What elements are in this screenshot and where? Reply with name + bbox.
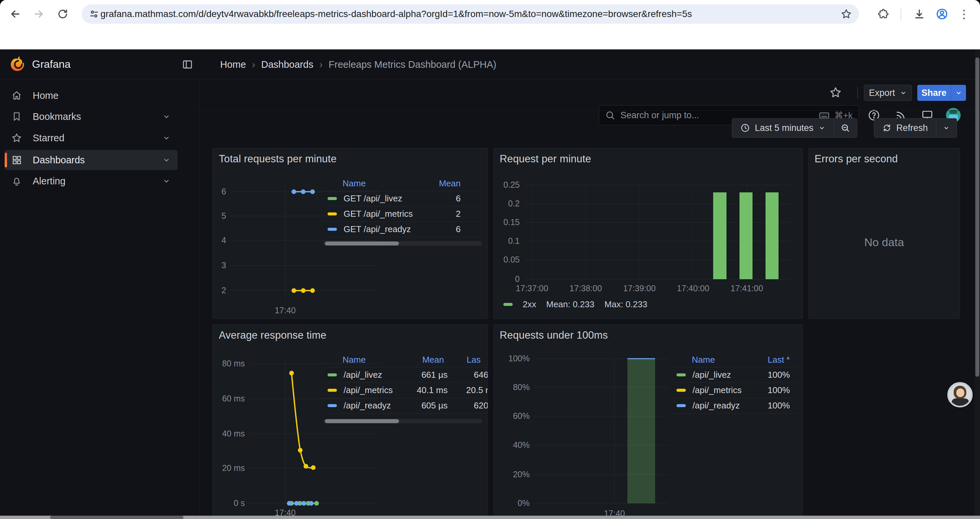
- profile-avatar-icon[interactable]: [932, 5, 951, 23]
- share-button[interactable]: Share: [917, 85, 951, 101]
- y-tick: 0 s: [213, 498, 245, 508]
- col-name[interactable]: Name: [342, 355, 399, 365]
- legend-row[interactable]: GET /api/_metrics 2: [323, 206, 482, 222]
- col-mean[interactable]: Mean: [439, 178, 482, 189]
- sidebar-item-dashboards[interactable]: Dashboards: [5, 150, 177, 170]
- col-name[interactable]: Name: [342, 178, 439, 189]
- legend[interactable]: 2xx Mean: 0.233 Max: 0.233: [503, 299, 648, 310]
- breadcrumb-current: Freeleaps Metrics Dashboard (ALPHA): [329, 59, 496, 70]
- sidebar-item-starred[interactable]: Starred: [5, 128, 177, 148]
- series-name: 2xx: [523, 299, 536, 310]
- assistant-avatar[interactable]: [947, 382, 973, 407]
- y-tick: 80 ms: [213, 358, 245, 368]
- grafana-logo-icon[interactable]: [10, 55, 27, 74]
- legend-row[interactable]: /api/_metrics 100%: [672, 383, 797, 398]
- legend-row[interactable]: GET /api/_readyz 6: [323, 222, 482, 237]
- horizontal-scrollbar[interactable]: [0, 516, 980, 519]
- col-last[interactable]: Last *: [768, 355, 798, 365]
- x-tick: 17:38:00: [562, 283, 609, 293]
- legend-row[interactable]: GET /api/_livez 6: [323, 191, 482, 206]
- bookmark-star-icon[interactable]: [840, 8, 852, 20]
- export-label: Export: [869, 88, 895, 98]
- refresh-icon: [882, 123, 892, 133]
- panel-title[interactable]: Errors per second: [815, 153, 898, 165]
- active-indicator: [5, 153, 7, 167]
- sidebar-item-alerting[interactable]: Alerting: [5, 171, 177, 191]
- y-tick: 100%: [494, 353, 530, 363]
- breadcrumb-dashboards[interactable]: Dashboards: [261, 59, 313, 70]
- sidebar-item-label: Home: [33, 90, 58, 101]
- refresh-button[interactable]: Refresh: [874, 118, 936, 137]
- url-bar[interactable]: [82, 4, 859, 24]
- y-tick: 0: [494, 274, 520, 284]
- legend-row[interactable]: /api/_readyz 100%: [672, 398, 797, 414]
- sidebar-item-home[interactable]: Home: [5, 86, 177, 105]
- screen: ⋮ Freeleaps 收藏博客 Grafana: [0, 0, 980, 519]
- extensions-icon[interactable]: [874, 5, 892, 23]
- legend-scrollbar[interactable]: [323, 241, 482, 246]
- sidebar-item-bookmarks[interactable]: Bookmarks: [5, 107, 177, 126]
- series-name: /api/_readyz: [692, 401, 768, 411]
- y-tick: 5: [213, 211, 226, 221]
- actions-divider: [857, 87, 858, 99]
- chevron-down-icon[interactable]: [162, 134, 171, 142]
- col-name[interactable]: Name: [692, 355, 768, 365]
- forward-icon[interactable]: [29, 5, 48, 23]
- sidebar-item-label: Bookmarks: [33, 111, 81, 122]
- sidebar-nav: Home Bookmarks Starred Dashboa: [0, 80, 199, 519]
- legend-table: Name Mean GET /api/_livez 6 GET /api/_me…: [323, 176, 482, 237]
- series-mean: 6: [456, 224, 482, 235]
- time-range-picker[interactable]: Last 5 minutes: [732, 118, 834, 137]
- export-button[interactable]: Export: [864, 85, 912, 101]
- series-name: /api/_livez: [344, 370, 394, 380]
- breadcrumb: Home › Dashboards › Freeleaps Metrics Da…: [220, 55, 496, 74]
- chevron-down-icon[interactable]: [162, 156, 171, 164]
- share-button-group: Share: [917, 85, 966, 101]
- collapse-sidebar-icon[interactable]: [180, 57, 195, 72]
- x-tick: 17:37:00: [509, 283, 555, 293]
- y-tick: 0.15: [494, 217, 520, 227]
- col-mean[interactable]: Mean: [399, 355, 444, 365]
- series-name: /api/_metrics: [344, 385, 394, 395]
- chevron-down-icon[interactable]: [162, 177, 171, 185]
- refresh-interval-button[interactable]: [936, 118, 957, 137]
- dashboards-grid-icon: [11, 155, 23, 165]
- favorite-star-icon[interactable]: [828, 85, 843, 100]
- legend-row[interactable]: /api/_livez 100%: [672, 367, 797, 383]
- series-max: Max: 0.233: [605, 299, 648, 310]
- reload-icon[interactable]: [53, 5, 72, 23]
- panel-requests-under-100ms: Requests under 100ms 100% 80% 60% 40% 20…: [493, 324, 803, 519]
- series-name: /api/_metrics: [692, 385, 768, 395]
- series-last: 620: [448, 401, 488, 411]
- share-label: Share: [921, 88, 946, 98]
- col-last[interactable]: Las: [444, 355, 487, 365]
- chevron-down-icon: [818, 124, 826, 132]
- series-last: 100%: [768, 385, 798, 395]
- refresh-label: Refresh: [896, 123, 928, 133]
- legend-header: Name Mean: [323, 176, 482, 191]
- series-name: /api/_readyz: [344, 401, 394, 411]
- legend-row[interactable]: /api/_readyz 605 µs 620: [323, 398, 488, 414]
- breadcrumb-home[interactable]: Home: [220, 59, 246, 70]
- vertical-scrollbar[interactable]: [975, 50, 980, 519]
- x-tick: 17:40:00: [670, 283, 716, 293]
- url-input[interactable]: [100, 8, 840, 20]
- search-icon: [605, 110, 615, 120]
- chevron-down-icon[interactable]: [162, 112, 171, 121]
- y-tick: 20 ms: [213, 463, 245, 473]
- legend-row[interactable]: /api/_livez 661 µs 646: [323, 367, 488, 383]
- back-icon[interactable]: [6, 5, 25, 23]
- browser-menu-icon[interactable]: ⋮: [955, 5, 973, 23]
- downloads-icon[interactable]: [910, 5, 929, 23]
- legend-scrollbar[interactable]: [323, 419, 482, 423]
- y-tick: 0.25: [494, 180, 520, 190]
- share-menu-button[interactable]: [951, 85, 966, 101]
- series-mean: 605 µs: [394, 401, 448, 411]
- zoom-out-icon: [840, 123, 850, 133]
- chevron-down-icon: [943, 124, 950, 132]
- legend-row[interactable]: /api/_metrics 40.1 ms 20.5 r: [323, 383, 488, 398]
- zoom-out-button[interactable]: [834, 118, 857, 137]
- dashboard-actions-row: [199, 80, 975, 111]
- site-settings-icon[interactable]: [88, 8, 100, 20]
- legend-header: Name Mean Las: [323, 353, 488, 367]
